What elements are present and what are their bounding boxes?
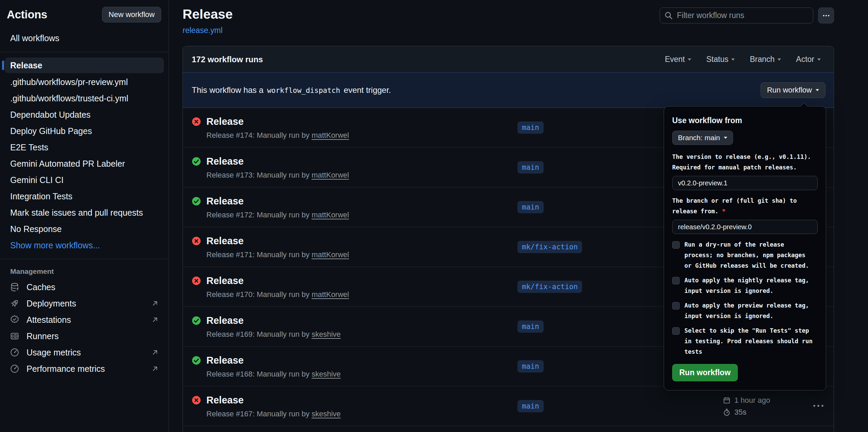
run-workflow-submit-button[interactable]: Run workflow bbox=[672, 364, 738, 381]
run-actor-link[interactable]: mattKorwel bbox=[311, 211, 349, 219]
management-item-deployments[interactable]: Deployments bbox=[0, 295, 169, 312]
show-more-workflows-link[interactable]: Show more workflows... bbox=[0, 237, 169, 253]
arrow-up-right-icon bbox=[151, 365, 159, 373]
filter-dropdown-event[interactable]: Event bbox=[665, 55, 691, 64]
calendar-icon bbox=[723, 396, 731, 404]
run-summary: ReleaseRelease #169: Manually run by ske… bbox=[192, 315, 341, 339]
filter-workflow-runs-input[interactable] bbox=[660, 7, 813, 23]
runs-count: 172 workflow runs bbox=[192, 55, 263, 64]
workflow-option-label: Select to skip the "Run Tests" step in t… bbox=[684, 326, 814, 357]
sidebar-item-deploy-github-pages[interactable]: Deploy GitHub Pages bbox=[0, 123, 169, 139]
sidebar-item-integration-tests[interactable]: Integration Tests bbox=[0, 188, 169, 204]
sidebar-item-dependabot-updates[interactable]: Dependabot Updates bbox=[0, 106, 169, 123]
workflow-option-0: Run a dry-run of the release process; no… bbox=[672, 239, 818, 271]
branch-badge[interactable]: main bbox=[517, 320, 544, 333]
run-title-link[interactable]: Release bbox=[206, 355, 341, 366]
management-heading: Management bbox=[0, 267, 169, 276]
management-item-runners[interactable]: Runners bbox=[0, 328, 169, 344]
filter-dropdown-status[interactable]: Status bbox=[706, 55, 735, 64]
run-title-link[interactable]: Release bbox=[206, 116, 349, 127]
run-branch-cell: main bbox=[517, 322, 544, 331]
workflow-option-checkbox[interactable] bbox=[672, 302, 680, 310]
run-kebab-button[interactable] bbox=[813, 403, 824, 409]
management-item-performance-metrics[interactable]: Performance metrics bbox=[0, 361, 169, 377]
main-content: Release release.yml 172 workflow runs Ev… bbox=[169, 0, 868, 432]
branch-badge[interactable]: mk/fix-action bbox=[517, 241, 582, 253]
run-actor-link[interactable]: mattKorwel bbox=[311, 250, 349, 259]
run-text: ReleaseRelease #168: Manually run by ske… bbox=[206, 355, 341, 379]
sidebar-divider bbox=[0, 52, 169, 52]
run-actor-link[interactable]: skeshive bbox=[311, 370, 341, 378]
new-workflow-button[interactable]: New workflow bbox=[102, 7, 161, 22]
version-input[interactable] bbox=[672, 176, 818, 190]
filter-dropdown-branch[interactable]: Branch bbox=[750, 55, 781, 64]
run-actor-link[interactable]: skeshive bbox=[311, 330, 341, 338]
run-description: Release #170: Manually run by mattKorwel bbox=[206, 290, 349, 299]
run-actor-link[interactable]: mattKorwel bbox=[311, 290, 349, 299]
run-branch-cell: main bbox=[517, 163, 544, 171]
run-title-link[interactable]: Release bbox=[206, 235, 349, 247]
version-input-label: The version to release (e.g., v0.1.11). … bbox=[672, 152, 818, 173]
sidebar-item-all-workflows[interactable]: All workflows bbox=[0, 30, 169, 46]
run-description: Release #172: Manually run by mattKorwel bbox=[206, 211, 349, 219]
workflow-options-kebab-button[interactable] bbox=[818, 7, 834, 23]
branch-badge[interactable]: main bbox=[517, 201, 544, 213]
run-title-link[interactable]: Release bbox=[206, 156, 349, 167]
run-title-link[interactable]: Release bbox=[206, 315, 341, 326]
sidebar-item-github-workflows-trusted-ci-yml[interactable]: .github/workflows/trusted-ci.yml bbox=[0, 90, 169, 106]
branch-badge[interactable]: main bbox=[517, 121, 544, 134]
run-actor-link[interactable]: skeshive bbox=[311, 410, 341, 418]
sidebar-item-gemini-automated-pr-labeler[interactable]: Gemini Automated PR Labeler bbox=[0, 155, 169, 172]
rocket-icon bbox=[10, 298, 20, 309]
arrow-up-right-icon bbox=[151, 299, 159, 308]
run-workflow-dropdown-button[interactable]: Run workflow bbox=[761, 82, 826, 98]
branch-badge[interactable]: main bbox=[517, 360, 544, 372]
popover-title: Use workflow from bbox=[672, 116, 818, 125]
run-title-link[interactable]: Release bbox=[206, 275, 349, 286]
sidebar-item-mark-stale-issues-and-pull-requests[interactable]: Mark stale issues and pull requests bbox=[0, 204, 169, 221]
sidebar-item-gemini-cli-ci[interactable]: Gemini CLI CI bbox=[0, 172, 169, 188]
run-branch-cell: main bbox=[517, 123, 544, 132]
run-title-link[interactable]: Release bbox=[206, 196, 349, 207]
server-icon bbox=[10, 331, 20, 342]
run-branch-cell: main bbox=[517, 203, 544, 211]
ref-input[interactable] bbox=[672, 220, 818, 234]
actions-sidebar: Actions New workflow All workflows Relea… bbox=[0, 0, 169, 432]
run-summary: ReleaseRelease #174: Manually run by mat… bbox=[192, 116, 349, 140]
sidebar-item-e2e-tests[interactable]: E2E Tests bbox=[0, 139, 169, 155]
run-actor-link[interactable]: mattKorwel bbox=[311, 131, 349, 139]
run-description-text: Release #174: Manually run by bbox=[206, 131, 311, 139]
workflow-run-row: ReleaseRelease #167: Manually run by ske… bbox=[183, 386, 834, 426]
workflow-option-checkbox[interactable] bbox=[672, 277, 680, 284]
run-description: Release #169: Manually run by skeshive bbox=[206, 330, 341, 339]
chevron-down-icon bbox=[731, 59, 735, 62]
sidebar-item-no-response[interactable]: No Response bbox=[0, 221, 169, 237]
sidebar-divider bbox=[0, 259, 169, 259]
workflow-option-checkbox[interactable] bbox=[672, 327, 680, 335]
run-duration-text: 35s bbox=[734, 408, 746, 417]
sidebar-item-release[interactable]: Release bbox=[5, 57, 164, 73]
workflow-file-link[interactable]: release.yml bbox=[183, 26, 223, 35]
filter-dropdown-actor[interactable]: Actor bbox=[796, 55, 821, 64]
sidebar-item-github-workflows-pr-review-yml[interactable]: .github/workflows/pr-review.yml bbox=[0, 74, 169, 90]
x-circle-icon bbox=[192, 396, 201, 418]
management-item-label: Runners bbox=[27, 331, 59, 341]
branch-badge[interactable]: main bbox=[517, 161, 544, 173]
run-time-ago: 1 hour ago bbox=[734, 396, 770, 405]
workflow-option-checkbox[interactable] bbox=[672, 241, 680, 249]
run-branch-cell: mk/fix-action bbox=[517, 283, 582, 291]
search-icon bbox=[664, 11, 673, 21]
management-item-usage-metrics[interactable]: Usage metrics bbox=[0, 344, 169, 361]
run-summary: ReleaseRelease #171: Manually run by mat… bbox=[192, 235, 349, 259]
run-description: Release #173: Manually run by mattKorwel bbox=[206, 171, 349, 180]
branch-badge[interactable]: main bbox=[517, 400, 544, 412]
run-summary: ReleaseRelease #168: Manually run by ske… bbox=[192, 355, 341, 379]
branch-selector-button[interactable]: Branch: main bbox=[672, 131, 733, 145]
run-description-text: Release #170: Manually run by bbox=[206, 290, 311, 299]
management-item-caches[interactable]: Caches bbox=[0, 279, 169, 295]
run-summary: ReleaseRelease #167: Manually run by ske… bbox=[192, 395, 341, 418]
run-actor-link[interactable]: mattKorwel bbox=[311, 171, 349, 179]
branch-badge[interactable]: mk/fix-action bbox=[517, 281, 582, 293]
management-item-attestations[interactable]: Attestations bbox=[0, 312, 169, 328]
run-title-link[interactable]: Release bbox=[206, 395, 341, 406]
